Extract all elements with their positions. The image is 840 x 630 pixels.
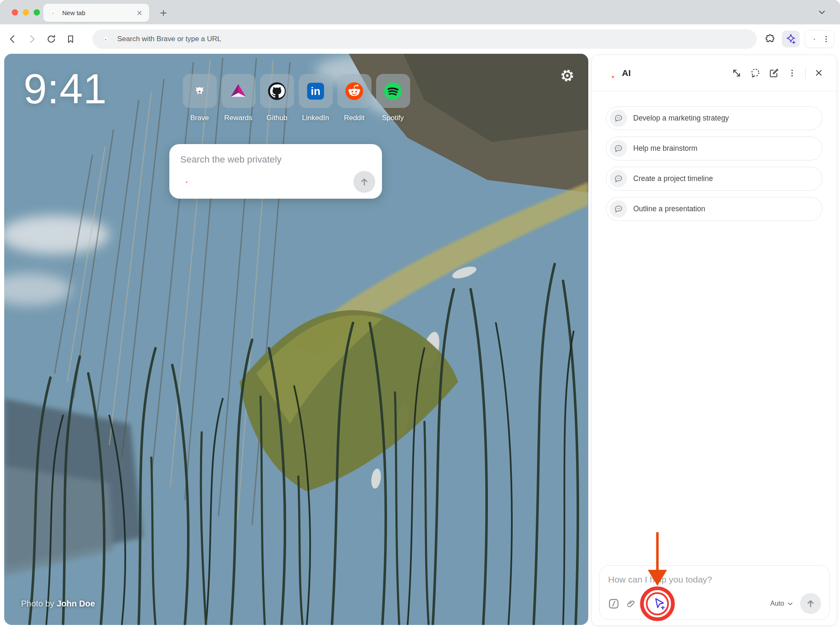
github-octocat-icon — [267, 81, 287, 101]
photo-credit-prefix: Photo by — [21, 599, 54, 608]
panel-options-kebab-button[interactable] — [785, 66, 799, 80]
model-selector-value: Auto — [770, 600, 784, 607]
suggestion-label: Develop a marketing strategy — [633, 114, 729, 123]
ai-panel-header: AI — [592, 55, 837, 91]
chat-bubble-icon — [610, 170, 627, 187]
shortcut-github[interactable]: Github — [260, 74, 294, 122]
suggestion-label: Create a project timeline — [633, 174, 713, 183]
chat-bubble-icon — [610, 140, 627, 157]
chat-input-box[interactable]: How can I help you today? Auto — [599, 565, 830, 620]
reload-button[interactable] — [45, 33, 57, 45]
close-window-button[interactable] — [12, 9, 18, 16]
expand-panel-button[interactable] — [729, 66, 744, 80]
new-chat-button[interactable] — [766, 66, 781, 80]
shortcut-label: Brave — [190, 114, 209, 122]
send-button[interactable] — [800, 593, 821, 614]
shortcut-label: LinkedIn — [302, 114, 329, 122]
shortcut-label: Rewards — [224, 114, 252, 122]
brave-lion-icon — [808, 33, 820, 45]
bat-triangle-icon — [229, 81, 248, 101]
forward-button[interactable] — [26, 33, 38, 45]
shortcut-label: Reddit — [344, 114, 364, 122]
leo-ai-panel: AI Develop a marketing strategy Help me … — [591, 55, 837, 626]
back-button[interactable] — [7, 33, 18, 45]
suggestion-outline-presentation[interactable]: Outline a presentation — [606, 197, 822, 221]
search-widget[interactable]: Search the web privately — [169, 144, 382, 199]
search-input[interactable]: Search the web privately — [180, 154, 373, 165]
bookmark-button[interactable] — [65, 33, 76, 45]
chevron-down-icon — [787, 601, 793, 607]
leo-sparkle-icon — [785, 33, 797, 45]
shortcut-brave[interactable]: Brave — [183, 74, 217, 122]
menu-kebab-icon[interactable] — [822, 34, 830, 44]
suggestion-project-timeline[interactable]: Create a project timeline — [606, 167, 822, 191]
search-submit-button[interactable] — [353, 171, 375, 193]
brave-profile-menu[interactable] — [805, 30, 834, 48]
suggestion-marketing-strategy[interactable]: Develop a marketing strategy — [606, 106, 822, 130]
tab-new-tab[interactable]: New tab — [43, 4, 149, 22]
tab-strip: New tab — [0, 0, 840, 24]
close-panel-button[interactable] — [811, 66, 826, 80]
model-selector-dropdown[interactable]: Auto — [770, 600, 793, 607]
chat-input[interactable]: How can I help you today? — [608, 573, 821, 586]
spotify-icon — [383, 81, 403, 101]
reddit-icon — [345, 81, 364, 101]
minimize-window-button[interactable] — [23, 9, 29, 16]
toolbar-right-actions — [764, 30, 834, 48]
leo-ai-toolbar-button[interactable] — [782, 31, 800, 47]
conversation-history-button[interactable] — [748, 66, 762, 80]
brave-shield-icon — [100, 34, 111, 45]
tab-search-chevron-icon[interactable] — [816, 6, 828, 18]
shortcut-rewards[interactable]: Rewards — [221, 74, 255, 122]
chat-bubble-icon — [610, 200, 627, 218]
brave-favicon-icon — [48, 8, 58, 18]
photo-credit-author: John Doe — [57, 599, 95, 608]
header-divider — [805, 68, 806, 79]
shortcuts-row: Brave Rewards Github LinkedIn Reddit Spo… — [4, 74, 588, 122]
leo-sparkle-icon — [603, 66, 616, 80]
address-bar[interactable]: Search with Brave or type a URL — [92, 29, 757, 49]
zoom-window-button[interactable] — [34, 9, 40, 16]
linkedin-icon — [306, 81, 325, 101]
slash-commands-icon[interactable] — [608, 598, 619, 609]
photo-credit: Photo byJohn Doe — [21, 599, 95, 609]
wallpaper-image — [4, 54, 588, 625]
brave-lion-icon — [190, 81, 209, 101]
attachment-paperclip-icon[interactable] — [626, 598, 636, 609]
extensions-button[interactable] — [764, 33, 776, 45]
navigation-toolbar: Search with Brave or type a URL — [0, 24, 840, 54]
suggestion-label: Help me brainstorm — [633, 144, 698, 153]
shortcut-label: Github — [266, 114, 287, 122]
shortcut-spotify[interactable]: Spotify — [376, 74, 410, 122]
shortcut-label: Spotify — [382, 114, 404, 122]
brave-shield-icon — [180, 176, 193, 188]
tab-title: New tab — [62, 9, 135, 16]
new-tab-button[interactable] — [156, 6, 171, 20]
chat-toolbar: Auto — [608, 592, 821, 615]
suggestion-brainstorm[interactable]: Help me brainstorm — [606, 136, 822, 160]
ai-panel-title: AI — [622, 68, 631, 78]
browser-window: New tab Search with Brave or type a URL — [0, 0, 840, 630]
shortcut-reddit[interactable]: Reddit — [337, 74, 371, 122]
chat-bubble-icon — [610, 110, 627, 127]
suggestion-list: Develop a marketing strategy Help me bra… — [592, 91, 837, 221]
shortcut-linkedin[interactable]: LinkedIn — [299, 74, 333, 122]
address-bar-placeholder: Search with Brave or type a URL — [117, 35, 221, 43]
close-tab-icon[interactable] — [135, 8, 144, 18]
window-controls — [12, 9, 40, 16]
new-tab-page: 9:41 Brave Rewards Github LinkedIn Reddi… — [4, 54, 588, 625]
suggestion-label: Outline a presentation — [633, 205, 705, 213]
cursor-tools-button[interactable] — [652, 596, 667, 611]
